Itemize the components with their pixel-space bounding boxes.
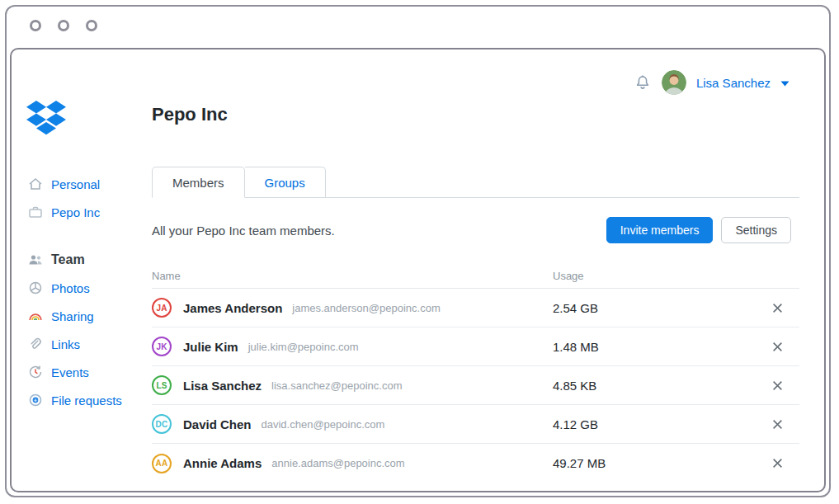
member-initials-avatar: LS [152, 375, 172, 395]
member-usage: 4.85 KB [553, 379, 718, 393]
sidebar-item-label: Sharing [51, 309, 94, 323]
member-initials-avatar: DC [152, 414, 172, 434]
members-groups-tabs: Members Groups [152, 167, 799, 198]
photos-icon [28, 280, 43, 295]
window-control-icon[interactable] [30, 20, 41, 31]
member-initials-avatar: JA [152, 298, 172, 318]
sidebar-item-sharing[interactable]: Sharing [28, 302, 152, 330]
sidebar: Personal Pepo Inc [28, 170, 152, 414]
clock-icon [28, 365, 43, 379]
sidebar-item-label: Pepo Inc [51, 205, 100, 219]
tab-members[interactable]: Members [152, 167, 245, 198]
members-description: All your Pepo Inc team members. [152, 224, 335, 238]
sidebar-item-label: Photos [51, 281, 90, 295]
sidebar-item-file-requests[interactable]: File requests [28, 386, 152, 414]
home-icon [28, 177, 43, 191]
table-row: DC David Chen david.chen@pepoinc.com 4.1… [152, 405, 799, 444]
members-toolbar: All your Pepo Inc team members. Invite m… [152, 216, 791, 244]
sidebar-item-label: File requests [51, 393, 122, 407]
member-email: lisa.sanchez@pepoinc.com [271, 379, 402, 392]
member-usage: 4.12 GB [553, 417, 718, 431]
member-name: Annie Adams [183, 456, 262, 470]
remove-member-icon[interactable] [772, 303, 783, 313]
member-name-cell: AA Annie Adams annie.adams@pepoinc.com [152, 454, 553, 473]
window-titlebar [7, 7, 829, 45]
table-row: JK Julie Kim julie.kim@pepoinc.com 1.48 … [152, 327, 799, 366]
window-control-icon[interactable] [58, 20, 69, 31]
sidebar-item-label: Personal [51, 177, 100, 191]
members-table: Name Usage JA James Anderson james.ander… [152, 264, 799, 483]
member-email: david.chen@pepoinc.com [262, 418, 385, 431]
member-name: Lisa Sanchez [183, 379, 262, 393]
remove-member-icon[interactable] [772, 341, 783, 352]
app-window: Lisa Sanchez Pepo Inc [10, 48, 826, 492]
sidebar-item-pepo-inc[interactable]: Pepo Inc [28, 198, 152, 226]
table-row: AA Annie Adams annie.adams@pepoinc.com 4… [152, 444, 799, 483]
member-usage: 2.54 GB [553, 301, 718, 315]
member-name: James Anderson [183, 301, 282, 315]
dropbox-logo[interactable] [26, 101, 66, 139]
people-icon [28, 252, 43, 267]
sidebar-item-label: Events [51, 365, 89, 379]
member-name-cell: DC David Chen david.chen@pepoinc.com [152, 414, 553, 434]
briefcase-icon [28, 205, 43, 219]
remove-member-icon[interactable] [772, 380, 783, 391]
sidebar-item-personal[interactable]: Personal [28, 170, 152, 198]
settings-button[interactable]: Settings [721, 217, 791, 243]
chevron-down-icon[interactable] [780, 81, 790, 87]
user-name[interactable]: Lisa Sanchez [696, 76, 771, 90]
remove-member-icon[interactable] [772, 419, 783, 430]
rainbow-icon [28, 309, 43, 323]
avatar[interactable] [662, 70, 686, 95]
member-email: annie.adams@pepoinc.com [271, 457, 404, 469]
member-usage: 49.27 MB [553, 456, 718, 470]
name-column-header: Name [152, 270, 553, 282]
member-initials-avatar: JK [152, 337, 172, 356]
member-email: james.anderson@pepoinc.com [292, 302, 440, 314]
paperclip-icon [28, 337, 43, 351]
window-control-icon[interactable] [86, 20, 97, 31]
browser-window: Lisa Sanchez Pepo Inc [5, 5, 831, 497]
sidebar-item-links[interactable]: Links [28, 330, 152, 358]
sidebar-item-label: Links [51, 337, 80, 351]
member-initials-avatar: AA [152, 454, 172, 473]
sidebar-item-events[interactable]: Events [28, 358, 152, 386]
member-name-cell: LS Lisa Sanchez lisa.sanchez@pepoinc.com [152, 375, 553, 395]
table-header-row: Name Usage [152, 264, 799, 289]
sidebar-item-label: Team [51, 252, 85, 267]
sidebar-item-photos[interactable]: Photos [28, 274, 152, 302]
member-usage: 1.48 MB [553, 340, 718, 354]
page-title: Pepo Inc [152, 104, 228, 125]
table-row: JA James Anderson james.anderson@pepoinc… [152, 289, 799, 327]
file-request-icon [28, 393, 43, 407]
member-name-cell: JK Julie Kim julie.kim@pepoinc.com [152, 337, 553, 356]
tab-groups[interactable]: Groups [245, 167, 326, 197]
remove-member-icon[interactable] [772, 458, 783, 469]
notifications-bell-icon[interactable] [634, 73, 652, 92]
invite-members-button[interactable]: Invite members [606, 217, 714, 243]
member-name-cell: JA James Anderson james.anderson@pepoinc… [152, 298, 553, 318]
sidebar-item-team[interactable]: Team [28, 246, 152, 274]
account-menu: Lisa Sanchez [634, 69, 790, 96]
table-row: LS Lisa Sanchez lisa.sanchez@pepoinc.com… [152, 366, 799, 405]
usage-column-header: Usage [553, 270, 799, 282]
member-email: julie.kim@pepoinc.com [248, 341, 359, 353]
member-name: Julie Kim [183, 340, 238, 354]
member-name: David Chen [183, 417, 252, 431]
